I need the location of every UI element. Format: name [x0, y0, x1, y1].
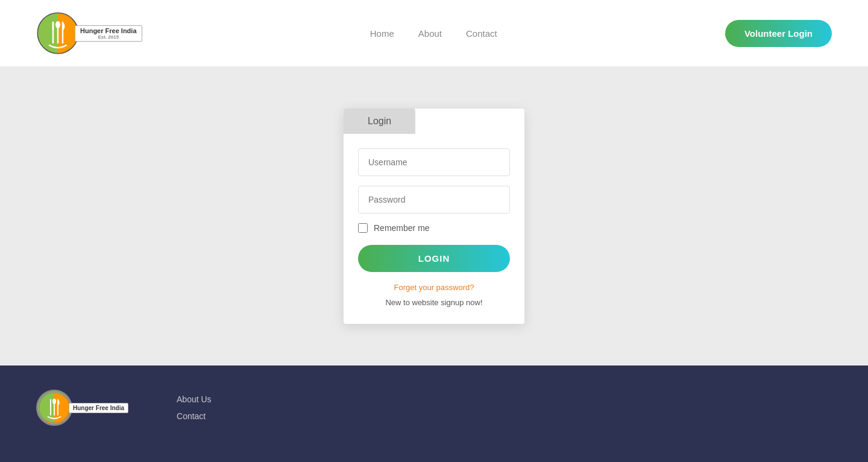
signup-link[interactable]: New to website signup now! [358, 298, 510, 307]
login-card: Login Remember me LOGIN Forget your pass… [344, 109, 524, 324]
main-nav: Home About Contact [370, 28, 497, 39]
nav-about[interactable]: About [418, 28, 442, 39]
header: Hunger Free India Est. 2015 Home About C… [0, 0, 868, 66]
footer-nav: About Us Contact [177, 390, 212, 421]
footer-logo-area: Hunger Free India [36, 390, 128, 426]
nav-home[interactable]: Home [370, 28, 394, 39]
login-button[interactable]: LOGIN [358, 245, 510, 272]
footer-contact-link[interactable]: Contact [177, 411, 212, 421]
remember-label: Remember me [374, 223, 430, 233]
footer-about-link[interactable]: About Us [177, 394, 212, 404]
main-content: Login Remember me LOGIN Forget your pass… [0, 66, 868, 365]
logo-text: Hunger Free India Est. 2015 [75, 25, 142, 42]
svg-point-3 [55, 21, 60, 28]
volunteer-login-button[interactable]: Volunteer Login [725, 20, 832, 47]
forgot-password-link[interactable]: Forget your password? [358, 283, 510, 292]
remember-checkbox[interactable] [358, 223, 368, 233]
login-tab: Login [344, 109, 415, 134]
remember-row: Remember me [358, 223, 510, 233]
footer-logo-text: Hunger Free India [69, 403, 128, 413]
nav-contact[interactable]: Contact [466, 28, 497, 39]
footer: Hunger Free India About Us Contact [0, 365, 868, 462]
username-input[interactable] [358, 148, 510, 176]
logo-icon [36, 11, 80, 55]
svg-point-8 [52, 399, 56, 404]
password-input[interactable] [358, 186, 510, 214]
login-form: Remember me LOGIN Forget your password? … [344, 134, 524, 324]
login-tab-label: Login [368, 116, 391, 126]
footer-logo-icon [36, 390, 72, 426]
logo-area: Hunger Free India Est. 2015 [36, 11, 142, 55]
login-tab-wrapper: Login [344, 109, 524, 134]
